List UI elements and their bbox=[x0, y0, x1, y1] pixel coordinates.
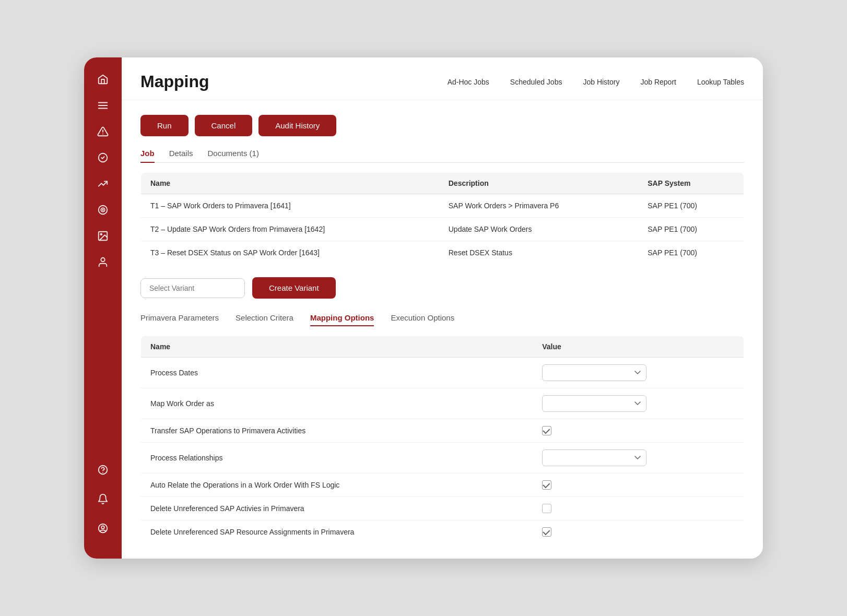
option-name: Process Dates bbox=[141, 358, 533, 388]
option-name: Process Relationships bbox=[141, 443, 533, 473]
table-row[interactable]: T2 – Update SAP Work Orders from Primave… bbox=[141, 218, 744, 241]
svg-point-10 bbox=[100, 233, 102, 235]
sub-tab-mapping[interactable]: Mapping Options bbox=[310, 313, 374, 326]
variant-input[interactable] bbox=[140, 278, 245, 298]
nav-scheduled-jobs[interactable]: Scheduled Jobs bbox=[510, 78, 562, 86]
run-button[interactable]: Run bbox=[140, 115, 189, 136]
header: Mapping Ad-Hoc Jobs Scheduled Jobs Job H… bbox=[122, 57, 763, 100]
job-sap-system: SAP PE1 (700) bbox=[638, 194, 744, 218]
option-checkbox[interactable] bbox=[542, 504, 551, 513]
person-icon[interactable] bbox=[91, 251, 114, 274]
job-table: Name Description SAP System T1 – SAP Wor… bbox=[140, 172, 744, 265]
content-area: Run Cancel Audit History Job Details Doc… bbox=[122, 100, 763, 559]
option-select[interactable] bbox=[542, 364, 646, 381]
opt-col-value: Value bbox=[533, 336, 744, 358]
nav-adhoc-jobs[interactable]: Ad-Hoc Jobs bbox=[448, 78, 489, 86]
option-name: Map Work Order as bbox=[141, 388, 533, 419]
alert-icon[interactable] bbox=[91, 120, 114, 143]
audit-history-button[interactable]: Audit History bbox=[258, 115, 336, 136]
svg-point-15 bbox=[101, 526, 104, 529]
nav-job-report[interactable]: Job Report bbox=[640, 78, 676, 86]
job-name: T1 – SAP Work Orders to Primavera [1641] bbox=[141, 194, 439, 218]
job-sap-system: SAP PE1 (700) bbox=[638, 218, 744, 241]
job-description: Reset DSEX Status bbox=[439, 241, 639, 265]
create-variant-button[interactable]: Create Variant bbox=[252, 277, 336, 299]
job-name: T3 – Reset DSEX Status on SAP Work Order… bbox=[141, 241, 439, 265]
help-icon[interactable] bbox=[91, 458, 114, 481]
svg-point-8 bbox=[102, 209, 103, 210]
svg-point-11 bbox=[101, 258, 104, 262]
options-table: Name Value Process Dates Map Work Order … bbox=[140, 336, 744, 544]
option-checkbox[interactable] bbox=[542, 480, 551, 490]
options-row: Process Dates bbox=[141, 358, 744, 388]
options-row: Auto Relate the Operations in a Work Ord… bbox=[141, 473, 744, 497]
option-name: Delete Unreferenced SAP Activies in Prim… bbox=[141, 497, 533, 520]
option-value[interactable] bbox=[533, 419, 744, 443]
col-sap-system: SAP System bbox=[638, 173, 744, 194]
nav-lookup-tables[interactable]: Lookup Tables bbox=[697, 78, 744, 86]
nav-job-history[interactable]: Job History bbox=[583, 78, 619, 86]
sidebar bbox=[84, 57, 122, 559]
col-name: Name bbox=[141, 173, 439, 194]
sub-tabs: Primavera Parameters Selection Critera M… bbox=[140, 313, 744, 326]
option-name: Transfer SAP Operations to Primavera Act… bbox=[141, 419, 533, 443]
option-value[interactable] bbox=[533, 388, 744, 419]
option-value[interactable] bbox=[533, 443, 744, 473]
job-description: SAP Work Orders > Primavera P6 bbox=[439, 194, 639, 218]
option-name: Auto Relate the Operations in a Work Ord… bbox=[141, 473, 533, 497]
main-content: Mapping Ad-Hoc Jobs Scheduled Jobs Job H… bbox=[122, 57, 763, 559]
option-value[interactable] bbox=[533, 473, 744, 497]
options-row: Delete Unreferenced SAP Activies in Prim… bbox=[141, 497, 744, 520]
sub-tab-selection[interactable]: Selection Critera bbox=[236, 313, 293, 326]
job-sap-system: SAP PE1 (700) bbox=[638, 241, 744, 265]
image-icon[interactable] bbox=[91, 224, 114, 247]
action-bar: Run Cancel Audit History bbox=[140, 115, 744, 136]
menu-icon[interactable] bbox=[91, 94, 114, 117]
option-value[interactable] bbox=[533, 520, 744, 544]
col-description: Description bbox=[439, 173, 639, 194]
table-row[interactable]: T1 – SAP Work Orders to Primavera [1641]… bbox=[141, 194, 744, 218]
opt-col-name: Name bbox=[141, 336, 533, 358]
table-row[interactable]: T3 – Reset DSEX Status on SAP Work Order… bbox=[141, 241, 744, 265]
option-value[interactable] bbox=[533, 497, 744, 520]
job-name: T2 – Update SAP Work Orders from Primave… bbox=[141, 218, 439, 241]
target-icon[interactable] bbox=[91, 198, 114, 221]
sub-tab-execution[interactable]: Execution Options bbox=[391, 313, 454, 326]
job-description: Update SAP Work Orders bbox=[439, 218, 639, 241]
home-icon[interactable] bbox=[91, 68, 114, 91]
main-tabs: Job Details Documents (1) bbox=[140, 149, 744, 163]
sub-tab-primavera[interactable]: Primavera Parameters bbox=[140, 313, 219, 326]
variant-row: Create Variant bbox=[140, 277, 744, 299]
tab-details[interactable]: Details bbox=[169, 149, 193, 163]
check-circle-icon[interactable] bbox=[91, 146, 114, 169]
option-checkbox[interactable] bbox=[542, 426, 551, 435]
option-name: Delete Unreferenced SAP Resource Assignm… bbox=[141, 520, 533, 544]
tab-job[interactable]: Job bbox=[140, 149, 155, 163]
options-row: Transfer SAP Operations to Primavera Act… bbox=[141, 419, 744, 443]
options-row: Map Work Order as bbox=[141, 388, 744, 419]
trend-icon[interactable] bbox=[91, 172, 114, 195]
option-value[interactable] bbox=[533, 358, 744, 388]
option-select[interactable] bbox=[542, 449, 646, 466]
cancel-button[interactable]: Cancel bbox=[195, 115, 253, 136]
options-row: Process Relationships bbox=[141, 443, 744, 473]
option-select[interactable] bbox=[542, 395, 646, 412]
tab-documents[interactable]: Documents (1) bbox=[208, 149, 259, 163]
option-checkbox[interactable] bbox=[542, 527, 551, 537]
options-row: Delete Unreferenced SAP Resource Assignm… bbox=[141, 520, 744, 544]
user-circle-icon[interactable] bbox=[91, 517, 114, 540]
page-title: Mapping bbox=[140, 72, 209, 91]
bell-icon[interactable] bbox=[91, 488, 114, 511]
